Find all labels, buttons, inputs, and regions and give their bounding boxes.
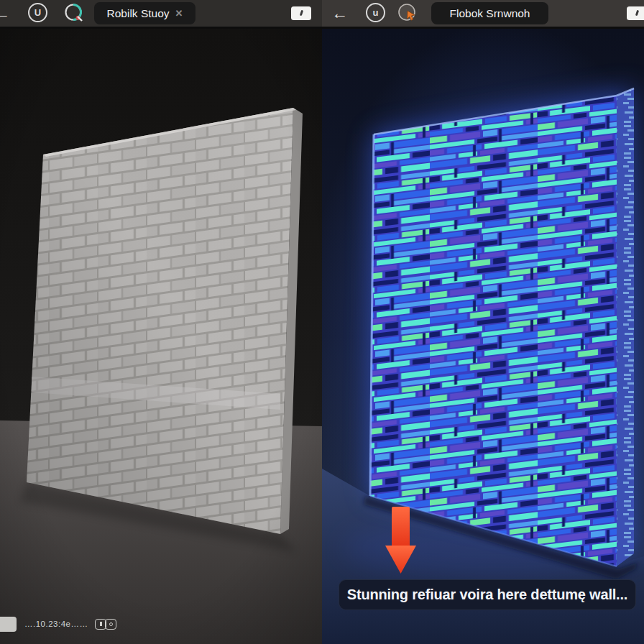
- caption-text: Stunning refiuar voira here dettumę wall…: [347, 586, 627, 603]
- viewport-left[interactable]: ….10.23:4e……: [0, 29, 322, 644]
- viewport-right[interactable]: Stunning refiuar voira here dettumę wall…: [322, 29, 644, 644]
- hud-chip-icon: [0, 617, 17, 632]
- top-toolbar: ← U Robilk Stuoy ✕ ← u: [0, 0, 644, 29]
- toolbar-left: ← U Robilk Stuoy ✕: [0, 0, 322, 27]
- hud-left: ….10.23:4e……: [0, 615, 116, 632]
- back-icon[interactable]: ←: [0, 2, 10, 24]
- neon-wall-front-face: [370, 96, 617, 566]
- neon-wall-side-glyphs: [617, 88, 634, 566]
- comparison-area: ….10.23:4e……: [0, 29, 644, 644]
- tab-right[interactable]: Flobok Srnwnoh: [431, 2, 548, 24]
- toolbar-right: ← u Flobok Srnwnoh: [322, 0, 644, 27]
- pip-window-icon[interactable]: [291, 6, 311, 20]
- screenshot-root: ← U Robilk Stuoy ✕ ← u: [0, 0, 644, 644]
- pointer-tool-icon[interactable]: [397, 3, 418, 23]
- right-scene-canvas: [322, 29, 644, 644]
- record-badge-icon[interactable]: U: [28, 3, 47, 22]
- left-vignette: [0, 29, 322, 644]
- caption-bar: Stunning refiuar voira here dettumę wall…: [339, 579, 636, 610]
- tab-left[interactable]: Robilk Stuoy ✕: [94, 2, 196, 24]
- close-icon[interactable]: ✕: [175, 8, 183, 19]
- hud-stats: ….10.23:4e……: [24, 620, 88, 628]
- studio-logo-icon[interactable]: [63, 3, 83, 23]
- record-badge-icon[interactable]: u: [366, 3, 385, 22]
- back-icon[interactable]: ←: [331, 2, 348, 24]
- tab-title-right: Flobok Srnwnoh: [449, 7, 530, 20]
- left-scene-canvas: [0, 29, 322, 644]
- tab-title-left: Robilk Stuoy: [107, 7, 170, 20]
- pip-window-icon[interactable]: [627, 6, 644, 20]
- media-badge-icon: [95, 619, 116, 630]
